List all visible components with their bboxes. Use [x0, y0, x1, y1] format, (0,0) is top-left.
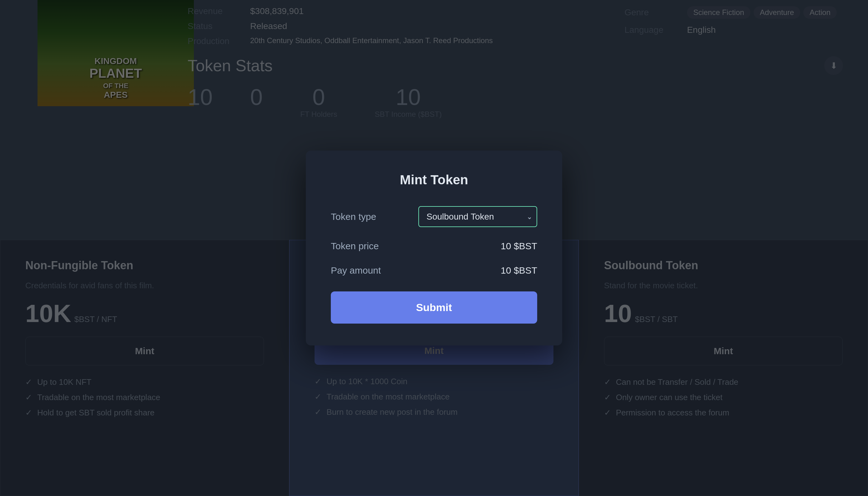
- modal-overlay[interactable]: Mint Token Token type Non-Fungible Token…: [0, 0, 868, 496]
- token-type-select-wrapper[interactable]: Non-Fungible Token Fungible Token Soulbo…: [418, 206, 537, 227]
- token-price-label: Token price: [331, 241, 379, 251]
- pay-amount-field: Pay amount 10 $BST: [331, 265, 537, 276]
- token-type-label: Token type: [331, 212, 376, 222]
- modal-title: Mint Token: [331, 172, 537, 187]
- page-wrapper: KINGDOMPLANETOF THEAPES Revenue $308,839…: [0, 0, 868, 496]
- token-type-field: Token type Non-Fungible Token Fungible T…: [331, 206, 537, 227]
- token-price-value: 10 $BST: [500, 241, 537, 251]
- pay-amount-value: 10 $BST: [500, 265, 537, 276]
- modal-submit-button[interactable]: Submit: [331, 291, 537, 324]
- pay-amount-label: Pay amount: [331, 265, 381, 276]
- token-price-field: Token price 10 $BST: [331, 241, 537, 251]
- modal-dialog: Mint Token Token type Non-Fungible Token…: [306, 151, 562, 345]
- token-type-select[interactable]: Non-Fungible Token Fungible Token Soulbo…: [418, 206, 537, 227]
- submit-label: Submit: [416, 301, 452, 313]
